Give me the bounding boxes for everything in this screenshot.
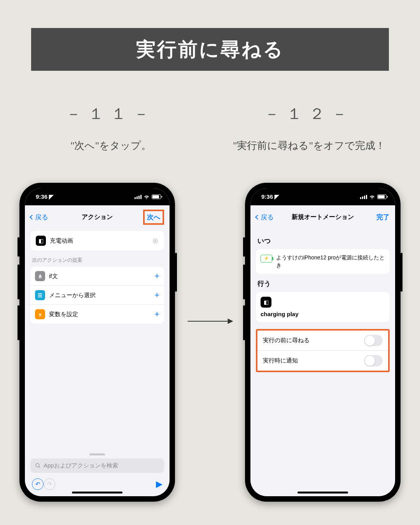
charging-icon: ⚡ <box>261 255 272 262</box>
suggestions-label: 次のアクションの提案 <box>32 257 163 264</box>
step-number: －１１－ <box>23 103 198 124</box>
plus-icon[interactable]: + <box>154 271 159 281</box>
plus-icon[interactable]: + <box>154 309 159 319</box>
search-field[interactable]: Appおよびアクションを検索 <box>30 458 164 473</box>
chevron-left-icon <box>30 215 35 220</box>
suggestion-list: ⋔ if文 + ☰ メニューから選択 + x 変数を設定 + <box>30 267 164 324</box>
bottom-toolbar: ↶ ↷ ▶ <box>29 478 166 490</box>
suggestion-row[interactable]: ☰ メニューから選択 + <box>30 286 164 305</box>
step-description: "実行前に尋ねる"をオフで完成！ <box>222 138 397 153</box>
shortcut-icon: ◧ <box>261 297 271 308</box>
step-headers: －１１－ "次へ"をタップ。 －１２－ "実行前に尋ねる"をオフで完成！ <box>0 103 420 153</box>
clear-icon[interactable]: ⊗ <box>152 236 159 245</box>
nav-title: アクション <box>82 213 113 221</box>
shortcut-name: 充電动画 <box>50 237 73 245</box>
step-description: "次へ"をタップ。 <box>23 138 198 153</box>
if-icon: ⋔ <box>35 271 45 281</box>
step-11: －１１－ "次へ"をタップ。 <box>23 103 198 153</box>
plus-icon[interactable]: + <box>154 290 159 300</box>
signal-icon <box>135 195 142 199</box>
row-label: 変数を設定 <box>49 311 78 318</box>
toggle-label: 実行の前に尋ねる <box>263 337 310 344</box>
step-number: －１２－ <box>222 103 397 124</box>
when-section-label: いつ <box>257 236 388 245</box>
sheet-grabber[interactable] <box>89 453 105 455</box>
battery-icon <box>152 194 161 199</box>
toggle-group-highlight: 実行の前に尋ねる 実行時に通知 <box>256 329 390 372</box>
next-button[interactable]: 次へ <box>143 210 164 225</box>
svg-point-0 <box>36 464 39 467</box>
trigger-card[interactable]: ⚡ ようすけのiPhone12 proが電源に接続したとき <box>256 249 390 274</box>
shortcut-icon: ◧ <box>36 236 46 246</box>
wifi-icon <box>369 194 375 199</box>
play-button[interactable]: ▶ <box>156 479 163 489</box>
ask-before-run-row: 実行の前に尋ねる <box>257 331 388 351</box>
chevron-left-icon <box>255 215 260 220</box>
battery-icon <box>377 194 387 199</box>
search-placeholder: Appおよびアクションを検索 <box>44 462 118 469</box>
row-label: メニューから選択 <box>49 292 96 299</box>
variable-icon: x <box>35 309 45 319</box>
nav-bar: 戻る 新規オートメーション 完了 <box>250 208 395 226</box>
row-label: if文 <box>49 273 58 280</box>
home-indicator[interactable] <box>72 492 122 494</box>
search-icon <box>35 463 41 469</box>
home-indicator[interactable] <box>298 492 348 494</box>
nav-title: 新規オートメーション <box>292 213 354 221</box>
action-name: charging play <box>261 311 385 317</box>
trigger-text: ようすけのiPhone12 proが電源に接続したとき <box>276 254 385 269</box>
selected-shortcut-card[interactable]: ◧ 充電动画 ⊗ <box>30 231 164 250</box>
do-section-label: 行う <box>257 279 388 288</box>
phone-mockup-right: 9:36 ◤ 戻る 新規オートメーション 完了 いつ <box>245 183 401 502</box>
redo-button[interactable]: ↷ <box>44 478 55 490</box>
toggle-label: 実行時に通知 <box>263 357 298 364</box>
svg-line-1 <box>38 466 40 468</box>
done-button[interactable]: 完了 <box>376 213 390 222</box>
notch <box>288 188 358 199</box>
page-banner: 実行前に尋ねる <box>31 28 389 71</box>
signal-icon <box>360 195 367 199</box>
suggestion-row[interactable]: x 変数を設定 + <box>30 305 164 324</box>
nav-bar: 戻る アクション 次へ <box>25 208 170 226</box>
suggestion-row[interactable]: ⋔ if文 + <box>30 267 164 286</box>
undo-button[interactable]: ↶ <box>32 478 44 490</box>
back-button[interactable]: 戻る <box>256 213 274 222</box>
notch <box>62 188 132 199</box>
wifi-icon <box>144 194 150 199</box>
status-time: 9:36 ◤ <box>261 193 279 200</box>
menu-icon: ☰ <box>35 290 45 300</box>
ask-before-run-toggle[interactable] <box>364 335 383 346</box>
notify-on-run-row: 実行時に通知 <box>257 351 388 371</box>
phone-mockup-left: 9:36 ◤ 戻る アクション 次へ <box>19 183 175 502</box>
notify-on-run-toggle[interactable] <box>364 355 383 366</box>
back-button[interactable]: 戻る <box>30 213 48 222</box>
step-12: －１２－ "実行前に尋ねる"をオフで完成！ <box>222 103 397 153</box>
status-time: 9:36 ◤ <box>36 193 54 200</box>
action-card[interactable]: ◧ charging play <box>256 292 390 322</box>
